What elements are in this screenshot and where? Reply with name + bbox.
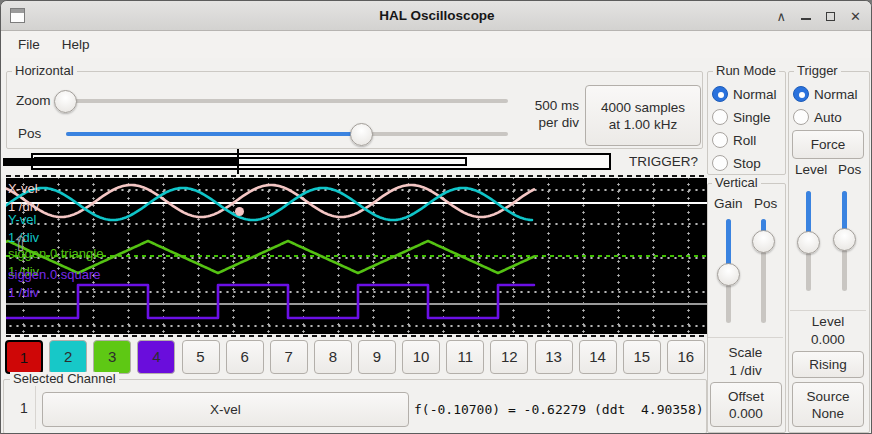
selected-channel-separator (35, 383, 36, 429)
run-mode-option-stop-radio-icon[interactable] (712, 155, 728, 171)
selected-channel-frame-label: Selected Channel (10, 372, 119, 386)
trigger-source-label: Source (807, 388, 850, 405)
menu-file[interactable]: File (7, 33, 51, 56)
channel-button-5[interactable]: 5 (182, 340, 220, 374)
trace-y-vel (6, 188, 532, 220)
pos-slider-label: Pos (18, 126, 41, 141)
trigger-option-auto[interactable]: Auto (793, 106, 842, 128)
window-controls: ∧ ✕ (777, 1, 861, 31)
record-fill-bar (3, 158, 238, 166)
trigger-separator (790, 310, 866, 311)
trigger-option-auto-label: Auto (814, 110, 842, 125)
vertical-pos-slider-handle[interactable] (752, 230, 775, 253)
samples-button[interactable]: 4000 samples at 1.00 kHz (585, 85, 701, 146)
scope-top-edge (6, 175, 707, 177)
run-mode-option-normal-radio-icon[interactable] (712, 86, 728, 102)
channel-button-6[interactable]: 6 (226, 340, 264, 374)
channel-button-1[interactable]: 1 (5, 340, 43, 374)
trace-siggen.0.square (6, 285, 534, 318)
zoom-slider-handle[interactable] (54, 90, 77, 113)
close-icon[interactable]: ✕ (850, 10, 861, 23)
trigger-level-caption: Level (788, 314, 868, 329)
pos-slider-handle[interactable] (350, 123, 373, 146)
time-per-div-value: 500 ms (519, 97, 579, 114)
gain-slider-handle[interactable] (717, 263, 740, 286)
record-trigger-position-marker (237, 149, 239, 174)
scope-label-siggen.0.square: siggen.0.square (8, 267, 101, 282)
time-per-div-unit: per div (519, 114, 579, 131)
offset-label: Offset (728, 388, 764, 405)
channel-button-2[interactable]: 2 (49, 340, 87, 374)
trigger-point-marker (235, 207, 244, 216)
channel-button-13[interactable]: 13 (535, 340, 573, 374)
menubar: File Help (1, 31, 872, 58)
run-mode-option-stop-label: Stop (733, 156, 761, 171)
run-mode-option-single-label: Single (733, 110, 771, 125)
force-button[interactable]: Force (792, 130, 864, 159)
channel-button-3[interactable]: 3 (93, 340, 131, 374)
trigger-frame-label: Trigger (794, 64, 841, 78)
trigger-edge-button[interactable]: Rising (792, 351, 864, 378)
scope-bottom-edge (6, 335, 707, 337)
minimize-icon[interactable] (801, 18, 811, 20)
selected-channel-number: 1 (15, 400, 33, 416)
run-mode-option-single-radio-icon[interactable] (712, 109, 728, 125)
run-mode-option-single[interactable]: Single (712, 106, 771, 128)
time-per-div: 500 ms per div (519, 97, 579, 131)
channel-button-16[interactable]: 16 (667, 340, 705, 374)
samples-rate: at 1.00 kHz (609, 116, 677, 133)
run-mode-option-roll[interactable]: Roll (712, 129, 756, 151)
channel-button-8[interactable]: 8 (314, 340, 352, 374)
channel-button-10[interactable]: 10 (402, 340, 440, 374)
channel-value-readout: f(-0.10700) = -0.62279 (ddt 4.90358) (414, 402, 704, 417)
trigger-option-normal-label: Normal (814, 87, 858, 102)
trigger-level-slider-handle[interactable] (797, 231, 820, 254)
trigger-source-value: None (812, 405, 844, 422)
scope-traces (6, 178, 707, 334)
menu-help[interactable]: Help (51, 33, 101, 56)
trigger-pos-slider-handle[interactable] (833, 228, 856, 251)
channel-button-12[interactable]: 12 (490, 340, 528, 374)
app-window: HAL Oscilloscope ∧ ✕ File Help Horizonta… (0, 0, 872, 434)
run-mode-option-normal[interactable]: Normal (712, 83, 777, 105)
channel-button-4[interactable]: 4 (137, 340, 175, 374)
channel-source-name: X-vel (210, 401, 241, 418)
channel-button-9[interactable]: 9 (358, 340, 396, 374)
shade-icon[interactable]: ∧ (777, 10, 787, 23)
trigger-level-slider-label: Level (795, 162, 827, 177)
trigger-option-auto-radio-icon[interactable] (793, 109, 809, 125)
channel-button-15[interactable]: 15 (623, 340, 661, 374)
trigger-option-normal[interactable]: Normal (793, 83, 858, 105)
trigger-pos-slider-label: Pos (838, 162, 861, 177)
run-mode-option-roll-label: Roll (733, 133, 756, 148)
trigger-source-button[interactable]: Source None (792, 382, 864, 427)
samples-count: 4000 samples (601, 99, 685, 116)
zoom-slider-label: Zoom (16, 93, 51, 108)
trigger-level-value: 0.000 (788, 332, 868, 347)
channel-source-button[interactable]: X-vel (42, 392, 409, 427)
vertical-frame-label: Vertical (712, 176, 761, 190)
channel-button-11[interactable]: 11 (446, 340, 484, 374)
trigger-edge-label: Rising (809, 356, 847, 373)
vertical-separator (708, 337, 783, 338)
scale-caption: Scale (707, 345, 784, 360)
titlebar: HAL Oscilloscope ∧ ✕ (1, 1, 872, 31)
scale-value: 1 /div (707, 363, 784, 378)
run-mode-option-roll-radio-icon[interactable] (712, 132, 728, 148)
maximize-icon[interactable] (826, 12, 835, 21)
offset-button[interactable]: Offset 0.000 (710, 382, 782, 427)
zoom-slider-track[interactable] (56, 99, 508, 103)
scope-label-y-vel: Y-vel (8, 212, 36, 227)
trigger-option-normal-radio-icon[interactable] (793, 86, 809, 102)
vertical-pos-slider-label: Pos (754, 196, 777, 211)
channel-button-7[interactable]: 7 (270, 340, 308, 374)
scope-display[interactable]: X-vel1 /divY-vel1 /divsiggen.0.triangle1… (6, 178, 707, 334)
offset-value: 0.000 (729, 405, 763, 422)
channel-button-14[interactable]: 14 (579, 340, 617, 374)
scope-label-x-vel: X-vel (8, 181, 38, 196)
pos-slider-fill (66, 132, 361, 136)
window-title: HAL Oscilloscope (1, 1, 872, 31)
horizontal-frame-label: Horizontal (12, 64, 77, 78)
trigger-level-arrow-icon: ⇧ (12, 234, 30, 254)
run-mode-option-stop[interactable]: Stop (712, 152, 761, 174)
